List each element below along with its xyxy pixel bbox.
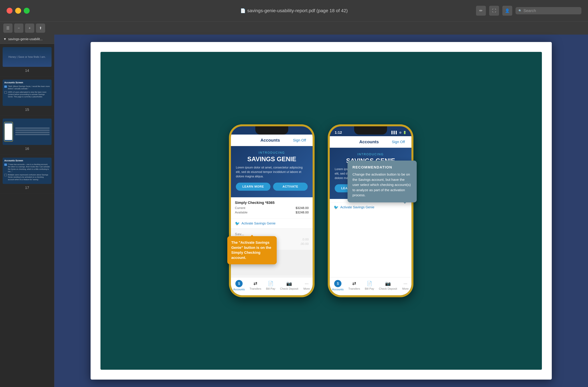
right-activate-genie-row[interactable]: 🐦 Activate Savings Genie — [330, 202, 411, 212]
left-banner-btns: LEARN MORE ACTIVATE — [236, 183, 308, 191]
tab-checkdeposit-right[interactable]: 📷 Check Deposit — [379, 281, 397, 290]
right-phone-sign-off[interactable]: Sign Off — [392, 140, 405, 144]
thumb15-check-line: 100% of users attempted to view the lear… — [4, 91, 50, 98]
accounts-tab-icon-right: $ — [334, 280, 341, 287]
left-activate-button[interactable]: ACTIVATE — [273, 183, 308, 191]
left-account2-name: Sav... — [235, 232, 309, 236]
left-phone-sign-off[interactable]: Sign Off — [293, 138, 306, 143]
checkdeposit-tab-label-right: Check Deposit — [379, 287, 397, 290]
annotate-button[interactable]: ✏ — [476, 6, 486, 16]
thumb17-line1: "I have two accounts – one is a checking… — [4, 163, 50, 173]
left-banner-intro: INTRODUCING — [236, 151, 308, 154]
phones-area: Accounts Sign Off INTRODUCING SAVINGS GE… — [229, 124, 413, 297]
expand-button[interactable]: ⛶ — [489, 6, 499, 16]
tab-more-right[interactable]: ··· More — [402, 281, 409, 290]
minimize-button[interactable] — [15, 8, 21, 14]
checkdeposit-tab-icon-left: 📷 — [286, 281, 293, 286]
battery-icon: 🔋 — [403, 131, 406, 134]
transfers-tab-icon-right: ⇄ — [351, 281, 358, 286]
traffic-lights — [7, 8, 30, 14]
tab-transfers-left[interactable]: ⇄ Transfers — [250, 281, 261, 290]
right-status-time: 1:12 — [335, 130, 342, 135]
window-title: 📄 savings-genie-usability-report.pdf (pa… — [240, 8, 348, 13]
genie-icon-left: 🐦 — [235, 221, 240, 226]
accounts-tab-label-left: Accounts — [233, 288, 245, 291]
document-icon: 📄 — [240, 8, 246, 13]
zoom-in-button[interactable]: + — [25, 23, 34, 33]
right-activate-genie-text: Activate Savings Genie — [340, 205, 374, 209]
left-avail-amount: $3248.00 — [296, 211, 309, 214]
transfers-tab-icon-left: ⇄ — [252, 281, 259, 286]
thumb17-check-line: Multiple users expressed confusion about… — [4, 174, 50, 181]
main-layout: ▼ savings-genie-usabilit... Honey | Save… — [0, 35, 588, 387]
tab-billpay-right[interactable]: 📄 Bill Pay — [365, 281, 374, 290]
billpay-tab-label-right: Bill Pay — [365, 287, 374, 290]
right-phone-wrapper: 1:12 ▌▌▌ ⊛ 🔋 — [328, 124, 413, 297]
accounts-tab-label-right: Accounts — [332, 288, 344, 291]
transfers-tab-label-right: Transfers — [348, 287, 360, 290]
left-account-name: Simply Checking *8365 — [235, 201, 309, 205]
left-learn-more-button[interactable]: LEARN MORE — [236, 183, 271, 191]
transfers-tab-label-left: Transfers — [250, 287, 261, 290]
page-14-number: 14 — [3, 68, 52, 73]
signal-icon: ▌▌▌ — [392, 131, 398, 134]
billpay-tab-icon-left: 📄 — [267, 281, 274, 286]
tab-checkdeposit-left[interactable]: 📷 Check Deposit — [280, 281, 298, 290]
tab-more-left[interactable]: ··· More — [303, 281, 310, 290]
tab-accounts-right[interactable]: $ Accounts — [332, 280, 344, 291]
sidebar-page-14[interactable]: Honey | Save or how finds I am. 14 — [0, 44, 54, 76]
left-avail-label: Available — [235, 211, 248, 214]
thumb17-check-text: Multiple users expressed confusion about… — [8, 174, 50, 181]
rec-text: Change the activation button to be on th… — [353, 172, 412, 198]
page-content-bg: Accounts Sign Off INTRODUCING SAVINGS GE… — [101, 52, 542, 370]
sidebar-file-title: savings-genie-usabilit... — [8, 37, 43, 41]
share-button[interactable]: ⬆ — [36, 23, 45, 33]
more-tab-icon-right: ··· — [402, 281, 409, 286]
rec-title: RECOMMENDATION — [353, 165, 412, 169]
tab-accounts-left[interactable]: $ Accounts — [233, 280, 245, 291]
sidebar-toggle-button[interactable]: ☰ — [3, 23, 13, 33]
thumb16-line4 — [15, 134, 50, 135]
checkdeposit-tab-label-left: Check Deposit — [280, 287, 298, 290]
thumb15-image: Accounts Screen "Well, [About Savings Ge… — [3, 80, 52, 106]
thumb16-line1 — [15, 127, 50, 129]
left-account-current-row: Current $3248.00 — [235, 206, 309, 210]
profile-button[interactable]: 👤 — [502, 6, 512, 16]
search-input[interactable] — [524, 8, 578, 13]
thumb17-bubble-icon — [4, 163, 7, 166]
left-phone-navbar: Accounts Sign Off — [231, 135, 313, 146]
thumb17-image: Accounts Screen "I have two accounts – o… — [3, 158, 52, 184]
left-current-amount: $3248.00 — [296, 206, 309, 210]
sidebar-page-17[interactable]: Accounts Screen "I have two accounts – o… — [0, 154, 54, 193]
right-phone-inner: 1:12 ▌▌▌ ⊛ 🔋 — [330, 126, 411, 295]
orange-callout: The "Activate Savings Genie" button is o… — [227, 236, 277, 264]
close-button[interactable] — [7, 8, 13, 14]
titlebar: 📄 savings-genie-usability-report.pdf (pa… — [0, 0, 588, 21]
tab-transfers-right[interactable]: ⇄ Transfers — [348, 281, 360, 290]
toolbar-right: ✏ ⛶ 👤 🔍 — [476, 6, 581, 16]
billpay-tab-icon-right: 📄 — [366, 281, 373, 286]
maximize-button[interactable] — [24, 8, 30, 14]
thumb17-check-icon — [4, 174, 7, 176]
thumb17-quote: "I have two accounts – one is a checking… — [8, 163, 50, 173]
sidebar-page-16[interactable]: 16 — [0, 115, 54, 154]
sidebar-file-header[interactable]: ▼ savings-genie-usabilit... — [0, 35, 54, 44]
thumb15-bubble-icon — [4, 85, 7, 88]
billpay-tab-label-left: Bill Pay — [266, 287, 275, 290]
zoom-out-button[interactable]: − — [14, 23, 23, 33]
left-account2-current-val: .0.00 — [302, 238, 309, 241]
tab-billpay-left[interactable]: 📄 Bill Pay — [266, 281, 275, 290]
search-bar[interactable]: 🔍 — [516, 7, 581, 14]
right-phone-nav-title: Accounts — [359, 139, 379, 144]
checkdeposit-tab-icon-right: 📷 — [384, 281, 392, 286]
right-phone: 1:12 ▌▌▌ ⊛ 🔋 — [328, 124, 413, 297]
left-activate-genie-row[interactable]: 🐦 Activate Savings Genie — [231, 218, 313, 228]
thumb15-check-icon — [4, 91, 7, 94]
page-15-number: 15 — [3, 107, 52, 112]
thumb16-phone-left — [4, 122, 13, 142]
left-phone-nav-title: Accounts — [260, 138, 280, 143]
more-tab-icon-left: ··· — [303, 281, 310, 286]
right-banner-intro: INTRODUCING — [335, 153, 406, 156]
sidebar-page-15[interactable]: Accounts Screen "Well, [About Savings Ge… — [0, 76, 54, 115]
left-account2-avail-val: .00.00 — [300, 242, 309, 246]
